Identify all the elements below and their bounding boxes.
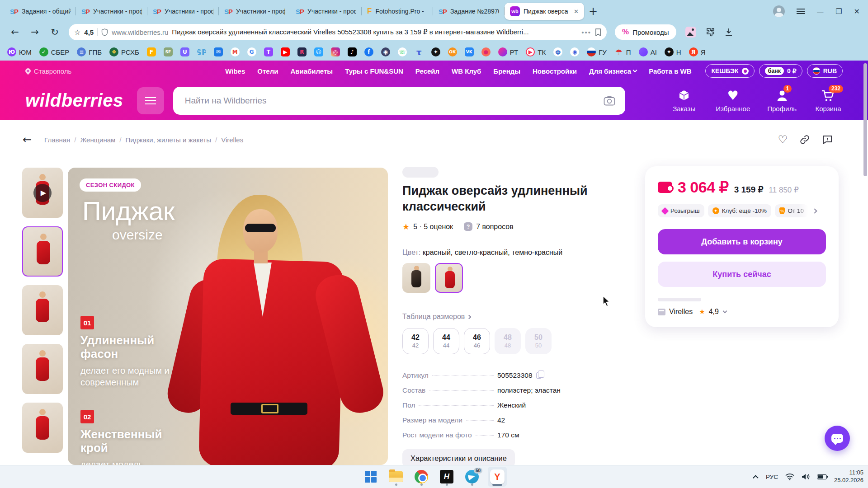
cashback-pill[interactable]: КЕШБЭК	[705, 64, 754, 78]
thumbnail-video[interactable]: ▶	[22, 168, 63, 218]
telegram-button[interactable]: 50	[462, 467, 481, 487]
bookmark-r-service[interactable]: R	[297, 47, 307, 56]
battery-icon[interactable]	[817, 474, 827, 479]
report-icon[interactable]	[822, 134, 833, 145]
browser-tab[interactable]: SPУчастники - проф	[76, 3, 147, 20]
tray-expand-icon[interactable]	[753, 475, 759, 481]
bookmark-red-circle[interactable]: ●	[481, 47, 491, 56]
nav-link-2[interactable]: Авиабилеты	[290, 67, 333, 75]
maximize-button[interactable]: ❐	[835, 7, 842, 16]
bookmark-sp[interactable]: SP	[197, 47, 206, 56]
keyboard-language[interactable]: РУС	[766, 474, 778, 480]
bookmark-sber[interactable]: ✓СБЕР	[39, 47, 70, 56]
back-arrow-icon[interactable]: ←	[23, 133, 32, 146]
bookmark-yandex[interactable]: ЯЯ	[689, 47, 706, 56]
nav-link-0[interactable]: Wibes	[225, 67, 245, 75]
buy-now-button[interactable]: Купить сейчас	[658, 262, 826, 287]
new-tab-button[interactable]: +	[589, 6, 598, 17]
back-button[interactable]: ←	[6, 27, 24, 38]
bookmark-sfr[interactable]: ф	[553, 47, 562, 56]
bookmark-instagram[interactable]: ◎	[331, 47, 340, 56]
h-app-button[interactable]: H	[437, 467, 456, 487]
breadcrumb-item[interactable]: Virelles	[221, 136, 243, 144]
page-scrollbar[interactable]	[863, 61, 867, 465]
size-table-link[interactable]: Таблица размеров	[402, 313, 628, 321]
bookmark-twitch[interactable]: T	[264, 47, 273, 56]
start-button[interactable]	[361, 467, 380, 487]
chrome-button[interactable]	[412, 467, 431, 487]
currency-pill[interactable]: RUB	[807, 64, 843, 78]
browser-tab[interactable]: SPЗадания - общий	[5, 3, 76, 20]
reload-button[interactable]: ↻	[46, 27, 63, 38]
photo-search-camera-icon[interactable]	[604, 95, 615, 106]
site-rating-star-icon[interactable]: ☆	[74, 28, 80, 37]
promo-tag[interactable]: ✦Клуб: ещё -10%	[708, 204, 771, 217]
browser-tab[interactable]: SPУчастники - проф	[147, 3, 219, 20]
bookmark-tiktok[interactable]: ♪	[348, 47, 357, 56]
bookmark-smiley[interactable]: ☺	[314, 47, 323, 56]
size-option-44[interactable]: 4444	[433, 328, 459, 354]
city-selector[interactable]: Ставрополь	[25, 67, 71, 75]
bookmark-rshb[interactable]: ❖РСХБ	[109, 47, 139, 56]
scrollbar-thumb[interactable]	[863, 63, 867, 176]
nav-link-1[interactable]: Отели	[257, 67, 278, 75]
bookmark-lens[interactable]: ◉	[381, 47, 390, 56]
header-action-cart[interactable]: 232Корзина	[814, 89, 843, 113]
nav-link-7[interactable]: Новостройки	[533, 67, 577, 75]
downloads-icon[interactable]	[724, 28, 733, 37]
nav-link-9[interactable]: Работа в WB	[649, 67, 691, 75]
promo-tag[interactable]: Розыгрыш	[658, 204, 704, 217]
tab-close-icon[interactable]: ✕	[574, 8, 579, 15]
thumbnail-image[interactable]	[22, 285, 63, 335]
bookmark-umbrella[interactable]: ☂П	[614, 47, 631, 56]
size-option-46[interactable]: 4646	[464, 328, 490, 354]
favorite-heart-icon[interactable]: ♡	[778, 133, 788, 146]
nav-link-5[interactable]: WB Клуб	[452, 67, 481, 75]
search-input[interactable]	[173, 87, 625, 115]
address-bar[interactable]: ☆ 4,5 www.wildberries.ru Пиджак оверсайз…	[69, 24, 607, 40]
bookmark-gazprombank[interactable]: ≡ГПБ	[77, 47, 102, 56]
bookmark-t-letter[interactable]: τ	[415, 47, 424, 56]
screenshot-icon[interactable]	[685, 27, 696, 38]
support-chat-button[interactable]	[825, 426, 850, 451]
bookmark-ai[interactable]: AI	[639, 47, 657, 56]
browser-tab[interactable]: SPЗадание №28970	[433, 3, 505, 20]
product-photo[interactable]: СЕЗОН СКИДОК Пиджак oversize 01Удлиненны…	[68, 168, 388, 465]
bookmark-gosuslugi[interactable]: ГУ	[587, 47, 607, 56]
address-more-icon[interactable]: •••	[581, 28, 591, 36]
bookmark-fotohosting[interactable]: F	[147, 47, 156, 56]
catalog-menu-button[interactable]	[137, 87, 164, 114]
promo-tag[interactable]: %От 10	[775, 204, 808, 217]
bookmark-google[interactable]: G	[247, 47, 256, 56]
nav-link-3[interactable]: Туры с FUN&SUN	[345, 67, 403, 75]
bookmark-plus[interactable]: ✦	[431, 47, 440, 56]
wildberries-logo[interactable]: wildberries	[25, 90, 123, 111]
rating-text[interactable]: 5 · 5 оценок	[413, 223, 453, 231]
bookmark-gmail[interactable]: M	[231, 47, 240, 56]
bookmark-u-service[interactable]: U	[180, 47, 189, 56]
bookmark-rostelecom[interactable]: РТ	[498, 47, 519, 56]
questions-link[interactable]: 7 вопросов	[476, 223, 514, 231]
bookmark-sf[interactable]: SF	[164, 47, 173, 56]
color-swatch-red[interactable]	[435, 263, 463, 293]
browser-profile-avatar[interactable]	[773, 5, 785, 17]
bookmark-emblem[interactable]: ◉	[570, 47, 579, 56]
header-action-orders[interactable]: Заказы	[670, 89, 698, 113]
bank-pill[interactable]: банк 0 ₽	[759, 64, 802, 78]
bookmark-flag-icon[interactable]	[595, 28, 601, 36]
nav-link-6[interactable]: Бренды	[493, 67, 520, 75]
breadcrumb-item[interactable]: Главная	[44, 136, 80, 144]
bookmark-facebook[interactable]: f	[364, 47, 373, 56]
bookmark-tbank[interactable]: ▶ТК	[526, 47, 546, 56]
close-button[interactable]: ✕	[854, 7, 860, 16]
search-bar[interactable]	[173, 87, 625, 115]
browser-menu-icon[interactable]	[797, 9, 805, 14]
bookmark-ok[interactable]: ОК	[448, 47, 457, 56]
breadcrumb-item[interactable]: Пиджаки, жилеты и жакеты	[126, 136, 222, 144]
color-swatch-dark[interactable]	[402, 263, 430, 293]
browser-tab[interactable]: SPУчастники - проф	[290, 3, 362, 20]
chevron-right-icon[interactable]	[812, 208, 817, 213]
file-explorer-button[interactable]	[387, 467, 406, 487]
bookmark-youtube[interactable]: ▶	[281, 47, 290, 56]
thumbnail-image[interactable]	[22, 344, 63, 394]
